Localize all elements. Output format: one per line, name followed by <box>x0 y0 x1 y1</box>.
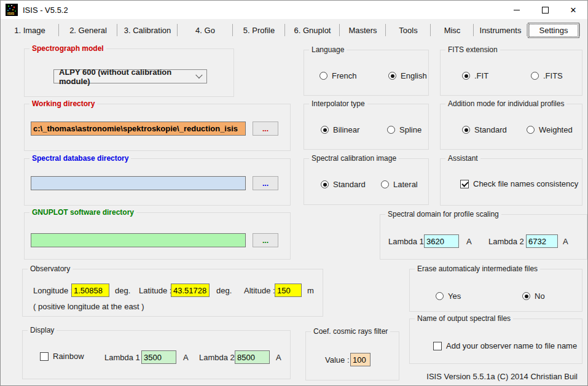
spectral-domain-label: Spectral domain for profile scaling <box>385 210 501 218</box>
tab-tools[interactable]: Tools <box>386 19 431 41</box>
language-french-radio[interactable]: French <box>319 71 356 80</box>
spectrograph-model-select[interactable]: ALPY 600 (without calibration module) <box>53 69 207 83</box>
tab-gnuplot[interactable]: 6. Gnuplot <box>285 19 340 41</box>
display-label: Display <box>28 326 57 334</box>
longitude-note: ( positive longitude at the east ) <box>33 302 144 311</box>
radio-icon <box>527 126 535 134</box>
add-observer-name-checkbox[interactable]: Add your observer name to file name <box>433 341 577 350</box>
altitude-label: Altitude : <box>244 286 275 295</box>
spectral-database-directory-input[interactable] <box>31 176 246 190</box>
domain-lambda2-input[interactable] <box>526 234 558 248</box>
maximize-icon <box>542 7 549 14</box>
app-icon: ISIS <box>6 4 18 16</box>
checkbox-icon <box>433 342 442 350</box>
interpolator-type-label: Interpolator type <box>309 99 367 108</box>
erase-yes-radio[interactable]: Yes <box>436 291 461 301</box>
minimize-button[interactable] <box>503 1 531 19</box>
erase-intermediate-files-group: Erase automaticaly intermediate files Ye… <box>409 269 582 312</box>
addition-standard-radio[interactable]: Standard <box>462 125 507 134</box>
addition-mode-group: Addition mode for individual profiles St… <box>440 104 582 150</box>
spectrograph-model-value: ALPY 600 (without calibration module) <box>59 68 197 86</box>
check-file-names-checkbox[interactable]: Check file names consistency <box>460 179 578 188</box>
radio-icon <box>531 72 539 80</box>
longitude-unit: deg. <box>115 286 130 295</box>
radio-checked-icon <box>321 126 329 134</box>
working-directory-input[interactable] <box>31 122 246 136</box>
browse-gnuplot-directory-button[interactable]: ... <box>253 233 278 247</box>
working-directory-group: Working directory ... <box>24 104 291 151</box>
svg-text:ISIS: ISIS <box>7 12 14 15</box>
tab-settings-button: Settings <box>528 23 579 38</box>
browse-spectral-database-button[interactable]: ... <box>253 176 278 190</box>
title-bar: ISIS ISIS - V5.5.2 ✕ <box>1 1 587 19</box>
cosmic-value-input[interactable] <box>350 353 370 366</box>
spectral-domain-group: Spectral domain for profile scaling Lamb… <box>380 214 587 260</box>
domain-lambda2-unit: A <box>563 237 568 246</box>
interpolator-bilinear-radio[interactable]: Bilinear <box>321 125 359 134</box>
calibration-lateral-radio[interactable]: Lateral <box>381 180 418 189</box>
tab-go[interactable]: 4. Go <box>178 19 233 41</box>
radio-checked-icon <box>388 72 396 80</box>
altitude-input[interactable] <box>275 284 302 297</box>
language-group: Language French English <box>304 50 429 96</box>
calibration-standard-radio[interactable]: Standard <box>321 180 366 189</box>
radio-checked-icon <box>321 180 329 188</box>
radio-icon <box>319 72 327 80</box>
altitude-unit: m <box>307 286 314 295</box>
spectral-database-directory-group: Spectral database directory ... <box>24 158 291 206</box>
spectrograph-model-group: Spectrograph model ALPY 600 (without cal… <box>24 48 234 97</box>
domain-lambda2-label: Lambda 2 : <box>488 237 528 246</box>
cosmic-value-label: Value : <box>325 355 350 365</box>
tab-calibration[interactable]: 3. Calibration <box>117 19 178 41</box>
display-lambda2-input[interactable] <box>235 350 270 364</box>
radio-icon <box>381 180 389 188</box>
tab-misc[interactable]: Misc <box>431 19 474 41</box>
display-group: Display Rainbow Lambda 1 : A Lambda 2 : … <box>22 330 291 379</box>
tab-profile[interactable]: 5. Profile <box>233 19 285 41</box>
fits-extension-group: FITS extension .FIT .FITS <box>440 50 582 96</box>
domain-lambda1-label: Lambda 1 : <box>388 237 428 246</box>
minimize-icon <box>514 10 520 10</box>
gnuplot-directory-input[interactable] <box>31 233 246 247</box>
domain-lambda1-input[interactable] <box>424 234 459 248</box>
display-lambda2-unit: A <box>276 353 281 362</box>
maximize-button[interactable] <box>531 1 559 19</box>
longitude-input[interactable] <box>71 284 109 297</box>
language-english-radio[interactable]: English <box>388 71 427 80</box>
spectrograph-model-label: Spectrograph model <box>29 44 106 53</box>
cosmic-rays-filter-label: Coef. cosmic rays filter <box>311 327 390 336</box>
radio-checked-icon <box>522 292 530 300</box>
tab-settings[interactable]: Settings <box>527 19 580 41</box>
addition-mode-label: Addition mode for individual profiles <box>445 99 566 108</box>
radio-checked-icon <box>462 126 470 134</box>
browse-working-directory-button[interactable]: ... <box>253 122 278 136</box>
close-button[interactable]: ✕ <box>559 1 587 19</box>
tab-general[interactable]: 2. General <box>59 19 117 41</box>
fits-fits-radio[interactable]: .FITS <box>531 71 563 80</box>
language-label: Language <box>309 45 347 54</box>
display-lambda1-input[interactable] <box>141 350 176 364</box>
erase-intermediate-files-label: Erase automaticaly intermediate files <box>415 264 540 273</box>
erase-no-radio[interactable]: No <box>522 291 545 301</box>
assistant-group: Assistant Check file names consistency <box>440 158 582 206</box>
cosmic-rays-filter-group: Coef. cosmic rays filter Value : <box>305 331 399 380</box>
tab-image[interactable]: 1. Image <box>1 19 59 41</box>
tab-instruments[interactable]: Instruments <box>474 19 527 41</box>
radio-icon <box>387 126 395 134</box>
tab-masters[interactable]: Masters <box>340 19 386 41</box>
display-lambda2-label: Lambda 2 : <box>199 353 239 362</box>
domain-lambda1-unit: A <box>466 237 472 246</box>
fits-extension-label: FITS extension <box>445 45 500 54</box>
fits-fit-radio[interactable]: .FIT <box>462 71 488 80</box>
version-text: ISIS Version 5.5.1a (C) 2014 Christian B… <box>426 372 578 381</box>
observatory-label: Observatory <box>28 264 73 273</box>
interpolator-type-group: Interpolator type Bilinear Spline <box>304 104 429 150</box>
interpolator-spline-radio[interactable]: Spline <box>387 125 421 134</box>
rainbow-checkbox[interactable]: Rainbow <box>40 352 84 361</box>
addition-weighted-radio[interactable]: Weighted <box>527 125 573 134</box>
close-icon: ✕ <box>570 6 577 14</box>
latitude-input[interactable] <box>171 284 210 297</box>
window-title: ISIS - V5.5.2 <box>23 6 68 15</box>
rainbow-checkbox-label: Rainbow <box>53 352 84 361</box>
assistant-label: Assistant <box>445 154 480 163</box>
